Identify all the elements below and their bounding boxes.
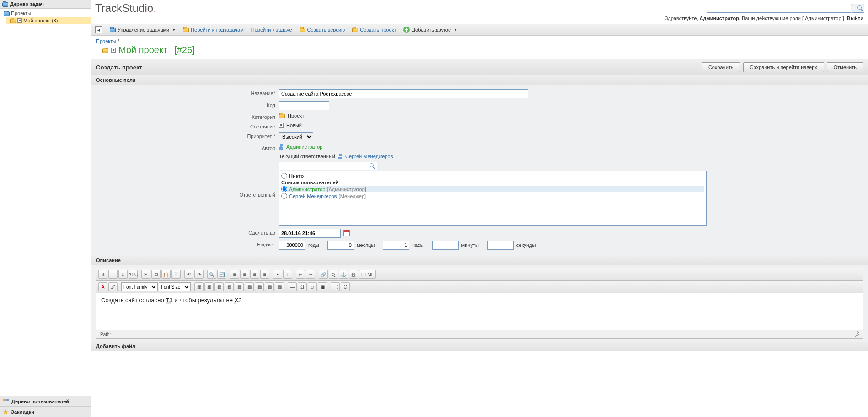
unit-months: месяцы [357, 242, 375, 248]
resp-radio-nobody[interactable] [281, 173, 287, 179]
align-center-button[interactable]: ≡ [240, 270, 249, 279]
budget-minutes[interactable] [432, 241, 459, 250]
name-field[interactable] [279, 89, 528, 98]
tree-root[interactable]: Проекты [0, 10, 91, 17]
toolbar-back[interactable]: ◄ [95, 26, 102, 33]
budget-hours[interactable] [383, 241, 409, 250]
toolbar-gotask[interactable]: Перейти к задаче [251, 27, 292, 32]
code-field[interactable] [279, 101, 329, 110]
resp-filter[interactable] [279, 162, 377, 170]
table-button[interactable]: ▦ [194, 282, 204, 291]
folder-icon [4, 11, 10, 16]
list-ol-button[interactable]: 1. [283, 270, 292, 279]
resize-handle[interactable] [854, 331, 859, 337]
redo-button[interactable]: ↷ [194, 270, 204, 279]
undo-button[interactable]: ↶ [184, 270, 193, 279]
users-icon [3, 398, 9, 405]
resp-name[interactable]: Администратор [289, 187, 325, 192]
crumb-root[interactable]: Проекты [96, 38, 116, 44]
anchor-button[interactable]: ⚓ [339, 270, 348, 279]
paste-text-button[interactable]: 📄 [171, 270, 181, 279]
toolbar-subtasks[interactable]: Перейти к подзадачам [183, 27, 244, 32]
sidebar-bookmarks[interactable]: ★ Закладки [0, 406, 91, 417]
del-row-button[interactable]: ▦ [225, 282, 234, 291]
align-right-button[interactable]: ≡ [250, 270, 259, 279]
toolbar-project[interactable]: Создать проект [352, 27, 396, 32]
priority-select[interactable]: ВысокийОбычныйНизкий [279, 132, 313, 141]
label-name: Название* [96, 89, 279, 96]
replace-button[interactable]: 🔄 [217, 270, 226, 279]
save-up-button[interactable]: Сохранить и перейти наверх [743, 62, 824, 72]
html-button[interactable]: HTML [359, 270, 376, 279]
code-button[interactable]: C [341, 282, 350, 291]
main: TrackStudio. Здравствуйте, Администратор… [91, 0, 868, 417]
bgcolor-button[interactable]: 🖍 [108, 282, 118, 291]
underline-button[interactable]: U [118, 270, 128, 279]
resp-item[interactable]: Администратор [Администратор] [281, 186, 704, 192]
fullscreen-button[interactable]: ⛶ [331, 282, 340, 291]
search-icon [370, 163, 375, 169]
hr-button[interactable]: — [288, 282, 297, 291]
global-search [707, 4, 864, 13]
cut-button[interactable]: ✂ [141, 270, 150, 279]
search-button[interactable] [851, 4, 864, 13]
sidebar-users[interactable]: Дерево пользователей [0, 396, 91, 406]
toolbar-manage[interactable]: Управление задачами▼ [110, 27, 176, 32]
font-family-select[interactable]: Font Family [121, 282, 158, 291]
cur-resp-link[interactable]: Сергей Менеджеров [345, 154, 393, 159]
resp-role: [Менеджер] [339, 193, 366, 199]
budget-months[interactable] [327, 241, 354, 250]
tree-child-label: Мой проект (3) [23, 18, 58, 23]
cancel-button[interactable]: Отменить [827, 62, 863, 72]
outdent-button[interactable]: ⇤ [296, 270, 305, 279]
budget-seconds[interactable] [487, 241, 514, 250]
split-button[interactable]: ▦ [275, 282, 284, 291]
unit-minutes: минуты [461, 242, 479, 248]
label-code: Код [96, 101, 279, 108]
resp-nobody[interactable]: Никто [281, 172, 704, 179]
image-button[interactable]: 🖼 [349, 270, 358, 279]
author-link[interactable]: Администратор [286, 144, 322, 150]
align-justify-button[interactable]: ≡ [260, 270, 269, 279]
list-ul-button[interactable]: • [273, 270, 282, 279]
tree-child[interactable]: Мой проект (3) [6, 17, 91, 24]
deadline-field[interactable] [279, 229, 341, 238]
resp-name[interactable]: Сергей Менеджеров [289, 193, 337, 199]
save-button[interactable]: Сохранить [702, 62, 740, 72]
row-after-button[interactable]: ▦ [214, 282, 224, 291]
symbol-button[interactable]: Ω [298, 282, 307, 291]
unlink-button[interactable]: ⛓ [329, 270, 338, 279]
indent-button[interactable]: ⇥ [306, 270, 315, 279]
col-before-button[interactable]: ▦ [235, 282, 244, 291]
calendar-icon[interactable] [343, 230, 350, 236]
align-left-button[interactable]: ≡ [230, 270, 239, 279]
budget-years[interactable] [279, 241, 305, 250]
logout-link[interactable]: Выйти [847, 16, 863, 21]
user-icon [338, 154, 343, 159]
strike-button[interactable]: ABC [129, 270, 138, 279]
font-size-select[interactable]: Font Size [159, 282, 191, 291]
resp-radio[interactable] [281, 193, 287, 199]
italic-button[interactable]: I [108, 270, 118, 279]
toolbar-version[interactable]: Создать версию [300, 27, 345, 32]
toolbar-other[interactable]: Добавить другое▼ [403, 27, 457, 33]
resp-item[interactable]: Сергей Менеджеров [Менеджер] [281, 192, 704, 199]
copy-button[interactable]: ⧉ [151, 270, 161, 279]
link-button[interactable]: 🔗 [319, 270, 328, 279]
folder-icon [300, 28, 305, 32]
merge-button[interactable]: ▦ [265, 282, 274, 291]
editor-content[interactable]: Создать сайт согласно ТЗ и чтобы результ… [96, 293, 863, 330]
textcolor-button[interactable]: A [98, 282, 107, 291]
label-author: Автор [96, 144, 279, 151]
media-button[interactable]: ▣ [318, 282, 327, 291]
col-after-button[interactable]: ▦ [245, 282, 254, 291]
search-input[interactable] [707, 4, 851, 13]
emoticon-button[interactable]: ☺ [308, 282, 317, 291]
find-button[interactable]: 🔍 [207, 270, 216, 279]
del-col-button[interactable]: ▦ [255, 282, 264, 291]
bold-button[interactable]: B [98, 270, 107, 279]
sidebar-bottom: Дерево пользователей ★ Закладки [0, 396, 91, 417]
paste-button[interactable]: 📋 [161, 270, 171, 279]
resp-radio[interactable] [281, 186, 287, 192]
row-before-button[interactable]: ▦ [204, 282, 214, 291]
